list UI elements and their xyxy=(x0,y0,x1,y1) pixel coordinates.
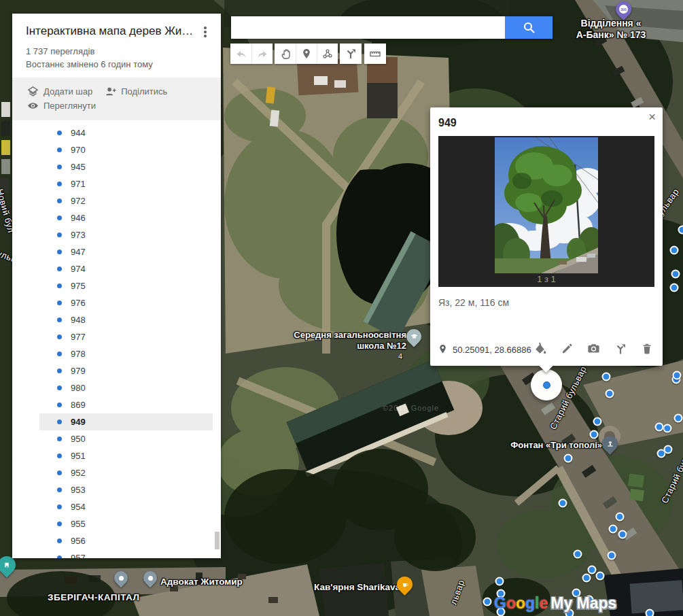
tree-list-item[interactable]: 957 xyxy=(39,549,213,558)
tree-bullet-icon xyxy=(57,284,62,288)
directions-button[interactable] xyxy=(614,343,627,355)
tree-item-label: 949 xyxy=(71,417,86,427)
tree-marker[interactable] xyxy=(608,551,616,560)
add-photo-button[interactable] xyxy=(587,342,600,355)
tree-list-item[interactable]: 979 xyxy=(39,362,213,379)
tree-list-item[interactable]: 946 xyxy=(39,209,213,226)
school-pin[interactable] xyxy=(403,326,424,347)
close-icon[interactable]: × xyxy=(648,110,656,123)
edit-button[interactable] xyxy=(561,343,573,355)
tree-marker[interactable] xyxy=(616,513,625,521)
tree-list-item[interactable]: 978 xyxy=(39,345,213,362)
tree-marker[interactable] xyxy=(671,270,680,279)
tree-marker[interactable] xyxy=(559,499,567,508)
sidebar-scrollbar-thumb[interactable] xyxy=(215,532,220,549)
tree-item-label: 957 xyxy=(71,553,86,558)
delete-button[interactable] xyxy=(641,343,653,355)
tree-list-item[interactable]: 954 xyxy=(39,498,213,515)
tree-bullet-icon xyxy=(57,470,62,475)
tree-bullet-icon xyxy=(57,267,62,271)
tree-bullet-icon xyxy=(57,437,62,441)
popup-photo-area[interactable]: 1 з 1 xyxy=(438,136,654,287)
tree-list-item[interactable]: 944 xyxy=(39,124,213,141)
tree-list-item[interactable]: 951 xyxy=(39,447,213,464)
coffee-pin[interactable] xyxy=(393,573,416,596)
tree-marker[interactable] xyxy=(593,417,602,426)
imagery-watermark: ©2019 Google xyxy=(383,404,439,412)
add-layer-label: Додати шар xyxy=(43,86,92,97)
person-add-icon xyxy=(105,86,116,97)
tree-list-item[interactable]: 977 xyxy=(39,328,213,345)
map-title[interactable]: Інтерактивна мапа дерев Жито... xyxy=(26,24,198,38)
directions-icon xyxy=(614,343,627,355)
tree-marker[interactable] xyxy=(606,390,614,398)
tree-list-item[interactable]: 948 xyxy=(39,311,213,328)
tree-marker[interactable] xyxy=(590,430,599,439)
add-layer-button[interactable]: Додати шар xyxy=(27,86,92,97)
tree-marker[interactable] xyxy=(664,445,673,454)
undo-button[interactable] xyxy=(230,44,251,64)
tree-marker[interactable] xyxy=(582,574,591,583)
tree-marker[interactable] xyxy=(618,530,627,539)
tree-marker[interactable] xyxy=(602,373,611,381)
map-search-input[interactable] xyxy=(231,16,505,39)
tree-list-item[interactable]: 952 xyxy=(39,464,213,481)
tree-item-label: 979 xyxy=(71,366,86,376)
tree-bullet-icon xyxy=(57,301,62,305)
tree-list-item[interactable]: 953 xyxy=(39,481,213,498)
tree-list-item[interactable]: 973 xyxy=(39,226,213,243)
tree-marker[interactable] xyxy=(678,226,683,235)
tree-list-item[interactable]: 970 xyxy=(39,141,213,158)
tree-marker[interactable] xyxy=(646,609,654,616)
pan-hand-button[interactable] xyxy=(275,44,296,64)
search-button[interactable] xyxy=(505,16,553,39)
tree-marker[interactable] xyxy=(655,423,664,432)
tree-item-label: 950 xyxy=(71,434,86,444)
tree-marker[interactable] xyxy=(673,371,682,380)
tree-list-item[interactable]: 972 xyxy=(39,192,213,209)
add-marker-button[interactable] xyxy=(296,44,317,64)
tree-list-item[interactable]: 945 xyxy=(39,158,213,175)
tree-marker[interactable] xyxy=(495,577,504,586)
tree-list-item[interactable]: 949 xyxy=(39,413,213,430)
style-button[interactable] xyxy=(533,342,546,355)
tree-marker[interactable] xyxy=(574,550,582,559)
redo-button[interactable] xyxy=(251,44,273,64)
tree-item-label: 977 xyxy=(71,332,86,342)
draw-line-button[interactable] xyxy=(317,44,338,64)
tree-marker[interactable] xyxy=(564,454,573,463)
add-directions-button[interactable] xyxy=(340,44,362,64)
tree-list-item[interactable]: 971 xyxy=(39,175,213,192)
measure-button[interactable] xyxy=(364,44,386,64)
tree-marker[interactable] xyxy=(670,246,679,255)
tree-marker[interactable] xyxy=(596,572,605,581)
advocate-pin-1[interactable] xyxy=(111,568,130,587)
tree-photo[interactable] xyxy=(495,137,598,273)
preview-button[interactable]: Переглянути xyxy=(27,100,96,112)
tree-list-item[interactable]: 869 xyxy=(39,396,213,413)
tree-list-item[interactable]: 975 xyxy=(39,277,213,294)
tree-marker[interactable] xyxy=(588,566,597,575)
tree-item-label: 975 xyxy=(71,281,86,291)
feature-popup: × 949 xyxy=(430,107,663,366)
selected-tree-marker[interactable] xyxy=(531,369,562,400)
tree-list-item[interactable]: 950 xyxy=(39,430,213,447)
tree-bullet-icon xyxy=(57,199,62,203)
tree-list-item[interactable]: 976 xyxy=(39,294,213,311)
tree-marker[interactable] xyxy=(609,525,618,534)
tree-list-item[interactable]: 947 xyxy=(39,243,213,260)
fountain-pin[interactable] xyxy=(599,432,621,455)
tree-list-item[interactable]: 974 xyxy=(39,260,213,277)
share-button[interactable]: Поділитись xyxy=(105,86,167,97)
google-logo-letter: o xyxy=(516,594,525,613)
tree-list-item[interactable]: 955 xyxy=(39,515,213,532)
kebab-menu-icon[interactable] xyxy=(198,24,213,39)
tree-marker[interactable] xyxy=(670,284,679,292)
tree-marker[interactable] xyxy=(483,598,492,606)
advocate-pin-2[interactable] xyxy=(141,568,160,587)
tree-list-item[interactable]: 980 xyxy=(39,379,213,396)
tree-marker[interactable] xyxy=(674,414,683,423)
tree-bullet-icon xyxy=(57,182,62,186)
tree-marker[interactable] xyxy=(663,424,672,433)
tree-list-item[interactable]: 956 xyxy=(39,532,213,549)
